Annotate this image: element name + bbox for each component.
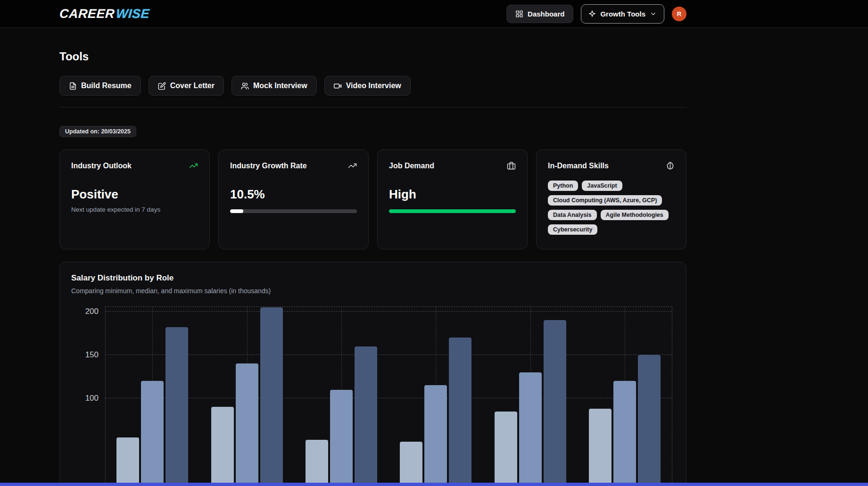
y-axis-label: 200 bbox=[71, 307, 99, 316]
user-avatar-initial: R bbox=[677, 10, 681, 17]
bar-median-role-5 bbox=[519, 372, 542, 485]
bar-median-role-3 bbox=[330, 390, 353, 485]
job-demand-value: High bbox=[389, 187, 516, 202]
salary-bar-chart: 200150100 bbox=[71, 303, 676, 485]
skill-tag: Cybersecurity bbox=[548, 224, 597, 235]
logo-career-text: CAREER bbox=[59, 7, 115, 21]
growth-tools-button-label: Growth Tools bbox=[600, 10, 645, 18]
mock-interview-label: Mock Interview bbox=[253, 82, 307, 90]
bar-maximum-role-4 bbox=[449, 338, 471, 485]
growth-progress-track bbox=[230, 209, 357, 213]
gridline-horizontal bbox=[105, 354, 672, 355]
salary-distribution-card: Salary Distribution by Role Comparing mi… bbox=[59, 262, 686, 486]
header-actions: Dashboard Growth Tools R bbox=[506, 4, 686, 24]
mock-interview-button[interactable]: Mock Interview bbox=[231, 76, 317, 96]
industry-outlook-title: Industry Outlook bbox=[71, 162, 132, 170]
cover-letter-label: Cover Letter bbox=[170, 82, 215, 90]
industry-growth-card: Industry Growth Rate 10.5% bbox=[218, 149, 369, 249]
skill-tag: Data Analysis bbox=[548, 210, 597, 220]
demand-progress-fill bbox=[389, 209, 516, 213]
growth-progress-fill bbox=[230, 209, 243, 213]
bar-minimum-role-2 bbox=[211, 407, 234, 485]
job-demand-card: Job Demand High bbox=[377, 149, 528, 249]
bar-median-role-2 bbox=[236, 363, 258, 485]
skill-tag: Cloud Computing (AWS, Azure, GCP) bbox=[548, 195, 662, 206]
plot-border-left bbox=[105, 307, 106, 485]
plot-border-right bbox=[672, 307, 672, 485]
skill-tags-container: PythonJavaScriptCloud Computing (AWS, Az… bbox=[548, 181, 675, 235]
bar-minimum-role-5 bbox=[495, 412, 517, 485]
tools-heading: Tools bbox=[59, 50, 686, 63]
demand-progress-track bbox=[389, 209, 516, 213]
bar-minimum-role-3 bbox=[306, 440, 328, 485]
bar-minimum-role-1 bbox=[116, 437, 139, 485]
dashboard-button[interactable]: Dashboard bbox=[506, 5, 573, 23]
build-resume-button[interactable]: Build Resume bbox=[59, 76, 141, 96]
industry-growth-value: 10.5% bbox=[230, 187, 357, 202]
bar-median-role-4 bbox=[424, 385, 447, 485]
dashboard-button-label: Dashboard bbox=[528, 10, 564, 18]
in-demand-skills-card: In-Demand Skills PythonJavaScriptCloud C… bbox=[536, 149, 686, 249]
chart-subtitle: Comparing minimum, median, and maximum s… bbox=[71, 287, 675, 295]
app-logo[interactable]: CAREERWISE bbox=[59, 7, 150, 21]
plot-border-top bbox=[105, 306, 672, 307]
gridline-horizontal bbox=[105, 311, 672, 312]
bar-median-role-6 bbox=[613, 381, 636, 485]
briefcase-icon bbox=[507, 161, 516, 170]
bar-minimum-role-6 bbox=[589, 409, 612, 485]
industry-outlook-card: Industry Outlook Positive Next update ex… bbox=[59, 149, 210, 249]
tools-button-row: Build Resume Cover Letter Mock Interview… bbox=[59, 76, 686, 96]
section-divider bbox=[59, 107, 686, 107]
stat-cards-row: Industry Outlook Positive Next update ex… bbox=[59, 149, 686, 249]
bar-median-role-1 bbox=[141, 381, 164, 485]
chart-title: Salary Distribution by Role bbox=[71, 273, 675, 283]
industry-outlook-subtext: Next update expected in 7 days bbox=[71, 206, 198, 213]
user-avatar[interactable]: R bbox=[672, 7, 686, 21]
top-nav: CAREERWISE Dashboard Growth Tools R bbox=[0, 0, 868, 28]
layout-grid-icon bbox=[515, 10, 523, 18]
gridline-horizontal bbox=[105, 398, 672, 398]
logo-wise-text: WISE bbox=[116, 7, 150, 21]
y-axis-label: 150 bbox=[71, 350, 99, 360]
industry-outlook-value: Positive bbox=[71, 187, 198, 202]
skill-tag: Python bbox=[548, 181, 578, 191]
bar-maximum-role-3 bbox=[355, 346, 377, 485]
industry-growth-title: Industry Growth Rate bbox=[230, 162, 307, 170]
updated-on-badge: Updated on: 20/03/2025 bbox=[59, 126, 136, 137]
brain-icon bbox=[666, 161, 675, 170]
file-text-icon bbox=[69, 82, 77, 90]
bar-maximum-role-6 bbox=[638, 355, 661, 485]
sparkles-icon bbox=[588, 10, 596, 17]
users-icon bbox=[241, 82, 249, 90]
bar-minimum-role-4 bbox=[400, 442, 422, 485]
chevron-down-icon bbox=[650, 10, 657, 17]
bar-maximum-role-1 bbox=[165, 327, 188, 485]
bar-maximum-role-2 bbox=[260, 307, 283, 485]
build-resume-label: Build Resume bbox=[81, 82, 132, 90]
job-demand-title: Job Demand bbox=[389, 162, 434, 170]
in-demand-skills-title: In-Demand Skills bbox=[548, 162, 609, 170]
skill-tag: JavaScript bbox=[582, 181, 622, 191]
video-interview-label: Video Interview bbox=[346, 82, 401, 90]
trending-up-icon bbox=[189, 161, 198, 170]
trending-up-icon bbox=[348, 161, 357, 170]
cover-letter-button[interactable]: Cover Letter bbox=[149, 76, 224, 96]
pen-square-icon bbox=[158, 82, 166, 90]
y-axis-label: 100 bbox=[71, 394, 99, 403]
video-icon bbox=[334, 82, 342, 90]
growth-tools-button[interactable]: Growth Tools bbox=[581, 4, 664, 24]
bottom-scrollbar-strip[interactable] bbox=[0, 483, 868, 486]
bar-maximum-role-5 bbox=[544, 320, 566, 485]
skill-tag: Agile Methodologies bbox=[601, 210, 669, 220]
video-interview-button[interactable]: Video Interview bbox=[324, 76, 411, 96]
